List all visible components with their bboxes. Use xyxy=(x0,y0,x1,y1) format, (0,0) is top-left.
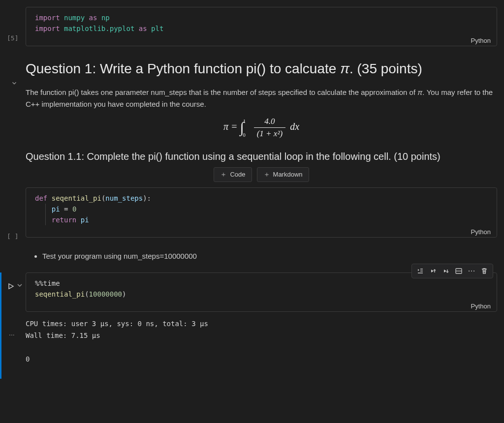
output-wall-time: Wall time: 7.15 µs xyxy=(26,332,100,339)
cell-insert-bar: ＋ Code ＋ Markdown xyxy=(26,166,497,183)
add-markdown-cell-button[interactable]: ＋ Markdown xyxy=(257,167,309,182)
delete-cell-icon[interactable] xyxy=(479,266,490,276)
heading-question1: Question 1: Write a Python function pi()… xyxy=(26,60,497,78)
keyword-import: import xyxy=(35,14,60,22)
call-sequential-pi: seqential_pi xyxy=(35,290,85,298)
keyword-import: import xyxy=(35,25,60,32)
keyword-as: as xyxy=(139,25,147,32)
svg-point-3 xyxy=(473,271,474,272)
split-cell-icon[interactable] xyxy=(453,266,464,276)
plus-icon: ＋ xyxy=(220,170,227,179)
keyword-as: as xyxy=(89,14,97,22)
output-cpu-times: CPU times: user 3 µs, sys: 0 ns, total: … xyxy=(26,320,208,328)
alias-plt: plt xyxy=(151,25,163,32)
code-cell-time[interactable]: %%time seqential_pi(10000000) Python xyxy=(26,272,497,312)
active-cell-indicator xyxy=(0,272,1,379)
keyword-return: return xyxy=(52,216,77,224)
cell-toolbar xyxy=(411,264,493,278)
execute-above-icon[interactable] xyxy=(428,266,439,276)
test-instruction: Test your program using num_steps=100000… xyxy=(42,250,497,262)
cell-magic: %%time xyxy=(35,279,60,287)
arg-num-steps: 10000000 xyxy=(89,290,122,298)
param-num-steps: num_steps xyxy=(105,194,143,202)
module-numpy: numpy xyxy=(64,14,85,22)
markdown-cell-question1[interactable]: Question 1: Write a Python function pi()… xyxy=(26,60,497,164)
more-actions-icon[interactable] xyxy=(466,266,477,276)
run-cell-button[interactable] xyxy=(7,281,24,291)
execution-count: [ ] xyxy=(7,233,18,240)
module-matplotlib: matplotlib.pyplot xyxy=(64,25,134,32)
execution-count: [5] xyxy=(7,34,18,42)
keyword-def: def xyxy=(35,194,47,202)
function-name: seqential_pi xyxy=(52,194,101,202)
language-indicator[interactable]: Python xyxy=(35,225,494,238)
code-editor[interactable]: def seqential_pi(num_steps): pi = 0 retu… xyxy=(35,193,488,225)
code-cell-imports[interactable]: import numpy as np import matplotlib.pyp… xyxy=(26,7,497,46)
svg-point-2 xyxy=(471,271,472,272)
execute-below-icon[interactable] xyxy=(441,266,451,276)
language-indicator[interactable]: Python xyxy=(35,34,494,46)
code-cell-sequential-pi[interactable]: def seqential_pi(num_steps): pi = 0 retu… xyxy=(26,187,497,238)
question1-description: The function pi() takes one parameter nu… xyxy=(26,87,497,110)
output-result: 0 xyxy=(26,355,30,363)
code-editor[interactable]: %%time seqential_pi(10000000) xyxy=(35,278,488,300)
output-collapse-icon[interactable]: ··· xyxy=(9,331,15,338)
heading-question1-1: Question 1.1: Complete the pi() function… xyxy=(26,150,497,164)
formula-pi-integral: π = ∫10 4.0 (1 + x²) dx xyxy=(26,117,497,139)
cell-output: CPU times: user 3 µs, sys: 0 ns, total: … xyxy=(26,312,504,369)
add-code-cell-button[interactable]: ＋ Code xyxy=(214,167,252,182)
run-by-line-icon[interactable] xyxy=(415,266,426,276)
svg-point-1 xyxy=(469,271,470,272)
code-editor[interactable]: import numpy as np import matplotlib.pyp… xyxy=(35,12,488,34)
plus-icon: ＋ xyxy=(263,170,270,179)
alias-np: np xyxy=(101,14,110,22)
markdown-cell-test-note[interactable]: Test your program using num_steps=100000… xyxy=(26,250,497,262)
chevron-down-icon[interactable] xyxy=(16,281,24,291)
language-indicator[interactable]: Python xyxy=(35,300,494,312)
chevron-down-icon[interactable] xyxy=(11,80,18,89)
